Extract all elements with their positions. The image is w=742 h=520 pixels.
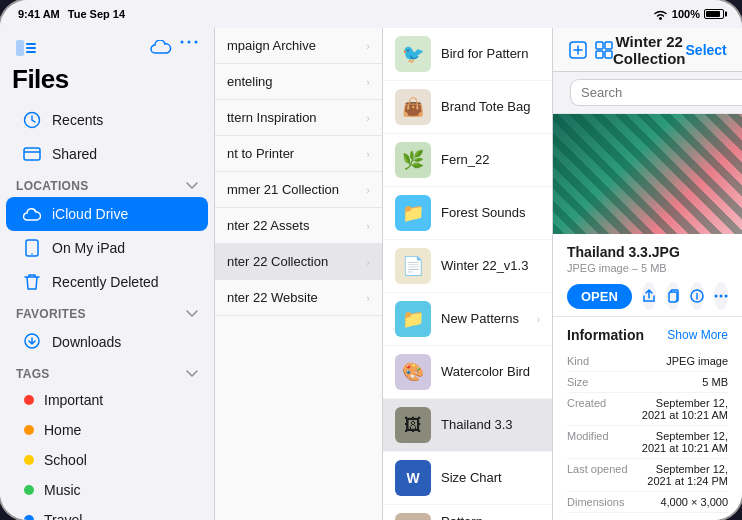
file-item[interactable]: 🖼 Pattern Reference (383, 505, 552, 520)
tag-label: Home (44, 422, 81, 438)
svg-point-5 (181, 41, 184, 44)
tags-collapse-icon[interactable] (186, 370, 198, 378)
svg-rect-9 (24, 148, 40, 160)
favorites-label: Favorites (16, 307, 86, 321)
file-list: 🐦 Bird for Pattern 👜 Brand Tote Bag 🌿 Fe… (383, 28, 553, 520)
sidebar-title: Files (12, 64, 69, 94)
trash-icon (22, 272, 42, 292)
more-options-icon[interactable] (180, 40, 198, 44)
ipad-icon (22, 238, 42, 258)
svg-rect-16 (596, 51, 603, 58)
svg-rect-4 (26, 51, 36, 53)
icloud-drive-icon (22, 204, 42, 224)
sidebar-item-recents[interactable]: Recents (6, 103, 208, 137)
file-thumbnail: 🖼 (395, 513, 431, 520)
file-item[interactable]: 👜 Brand Tote Bag (383, 81, 552, 134)
copy-icon[interactable] (666, 282, 680, 310)
svg-point-7 (195, 41, 198, 44)
folder-item[interactable]: nter 22 Assets › (215, 208, 382, 244)
info-row-value: JPEG image (632, 355, 728, 367)
upload-icon[interactable] (569, 41, 587, 59)
svg-point-11 (31, 253, 33, 255)
sidebar-item-tag[interactable]: Home (6, 415, 208, 445)
file-item-name: Brand Tote Bag (441, 99, 530, 116)
file-item-name: Pattern Reference (441, 514, 540, 520)
info-icon[interactable] (690, 282, 704, 310)
sidebar-item-ipad[interactable]: On My iPad (6, 231, 208, 265)
sidebar-item-tag[interactable]: Important (6, 385, 208, 415)
file-item-name: Thailand 3.3 (441, 417, 513, 434)
folder-item[interactable]: ttern Inspiration › (215, 100, 382, 136)
file-item-name: Winter 22_v1.3 (441, 258, 528, 275)
file-item-name: New Patterns (441, 311, 519, 328)
sidebar-item-shared[interactable]: Shared (6, 137, 208, 171)
file-name: Thailand 3.3.JPG (567, 244, 728, 260)
show-more-button[interactable]: Show More (667, 328, 728, 342)
sidebar-item-deleted[interactable]: Recently Deleted (6, 265, 208, 299)
file-item-name: Fern_22 (441, 152, 489, 169)
file-item[interactable]: 📄 Winter 22_v1.3 (383, 240, 552, 293)
file-item-name: Forest Sounds (441, 205, 526, 222)
file-item[interactable]: 📁 New Patterns › (383, 293, 552, 346)
sidebar-toggle-icon[interactable] (16, 40, 36, 56)
recents-icon (22, 110, 42, 130)
content-area: Files Recents (0, 28, 742, 520)
info-row: Created September 12, 2021 at 10:21 AM (567, 393, 728, 426)
file-item[interactable]: 🎨 Watercolor Bird (383, 346, 552, 399)
sidebar-item-icloud[interactable]: iCloud Drive (6, 197, 208, 231)
detail-header: Winter 22 Collection Select (553, 28, 742, 72)
locations-label: Locations (16, 179, 88, 193)
more-icon[interactable] (714, 282, 728, 310)
wifi-icon (653, 9, 668, 20)
folder-item-name: mmer 21 Collection (227, 182, 366, 197)
info-row-value: 5 MB (632, 376, 728, 388)
info-row-value: 4,000 × 3,000 (632, 496, 728, 508)
svg-rect-3 (26, 47, 36, 49)
icloud-icon (150, 40, 172, 56)
info-header: Information Show More (567, 327, 728, 343)
folder-item[interactable]: nter 22 Collection › (215, 244, 382, 280)
select-button[interactable]: Select (686, 42, 727, 58)
sidebar: Files Recents (0, 28, 215, 520)
share-icon[interactable] (642, 282, 656, 310)
tag-label: Travel (44, 512, 82, 520)
file-item[interactable]: W Size Chart (383, 452, 552, 505)
recents-label: Recents (52, 112, 103, 128)
search-input[interactable] (571, 80, 742, 105)
folder-item[interactable]: nter 22 Website › (215, 280, 382, 316)
file-item[interactable]: 🖼 Thailand 3.3 (383, 399, 552, 452)
ipad-frame: 9:41 AM Tue Sep 14 100% (0, 0, 742, 520)
downloads-icon (22, 332, 42, 352)
folder-item[interactable]: mmer 21 Collection › (215, 172, 382, 208)
svg-rect-1 (16, 40, 24, 56)
sidebar-item-tag[interactable]: Travel (6, 505, 208, 520)
sidebar-item-downloads[interactable]: Downloads (6, 325, 208, 359)
file-item[interactable]: 🌿 Fern_22 (383, 134, 552, 187)
locations-collapse-icon[interactable] (186, 182, 198, 190)
sidebar-item-tag[interactable]: Music (6, 475, 208, 505)
folder-item-name: ttern Inspiration (227, 110, 366, 125)
svg-rect-17 (605, 51, 612, 58)
downloads-label: Downloads (52, 334, 121, 350)
tag-dot (24, 515, 34, 520)
folder-item[interactable]: nt to Printer › (215, 136, 382, 172)
sidebar-item-tag[interactable]: School (6, 445, 208, 475)
chevron-icon: › (366, 148, 370, 160)
file-thumbnail: 📁 (395, 301, 431, 337)
info-row-label: Kind (567, 355, 632, 367)
detail-panel: Winter 22 Collection Select (553, 28, 742, 520)
folder-item[interactable]: mpaign Archive › (215, 28, 382, 64)
info-row: Kind JPEG image (567, 351, 728, 372)
grid-icon[interactable] (595, 41, 613, 59)
file-type: JPEG image – 5 MB (567, 262, 728, 274)
svg-point-23 (719, 295, 722, 298)
info-row-label: Dimensions (567, 496, 632, 508)
open-button[interactable]: OPEN (567, 284, 632, 309)
svg-rect-2 (26, 43, 36, 45)
favorites-collapse-icon[interactable] (186, 310, 198, 318)
folder-item[interactable]: enteling › (215, 64, 382, 100)
file-item[interactable]: 🐦 Bird for Pattern (383, 28, 552, 81)
info-row: Size 5 MB (567, 372, 728, 393)
file-item[interactable]: 📁 Forest Sounds (383, 187, 552, 240)
svg-point-0 (659, 17, 661, 19)
